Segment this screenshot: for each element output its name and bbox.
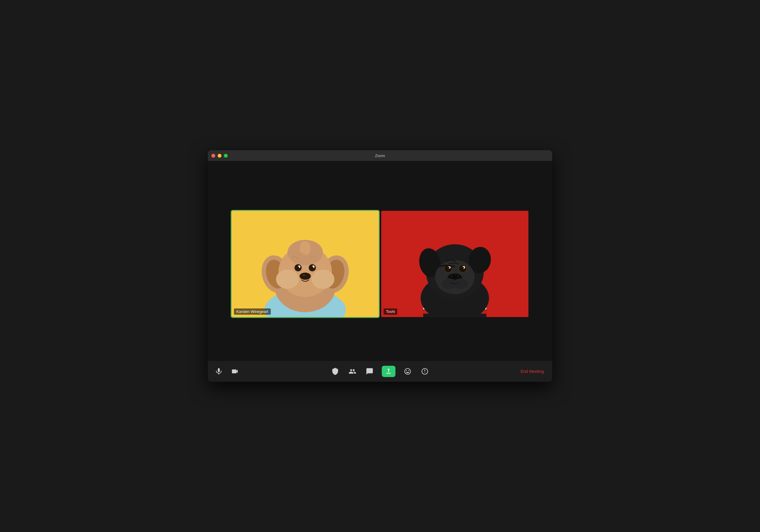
svg-point-9 xyxy=(311,269,334,289)
security-button[interactable] xyxy=(330,366,340,376)
close-button[interactable] xyxy=(212,154,215,158)
svg-point-13 xyxy=(300,241,311,255)
svg-point-38 xyxy=(462,267,464,268)
svg-point-43 xyxy=(457,275,459,277)
content-area: Karsten Winegeart xyxy=(208,161,552,382)
video-tile-toshi[interactable]: Toshi xyxy=(381,211,528,317)
mute-button[interactable] xyxy=(214,366,224,376)
svg-point-21 xyxy=(303,274,306,276)
participants-button[interactable] xyxy=(347,366,357,376)
participant-name-karsten: Karsten Winegeart xyxy=(234,309,271,315)
reactions-icon xyxy=(404,367,411,375)
security-icon xyxy=(331,367,339,375)
traffic-lights xyxy=(212,154,228,158)
apps-icon xyxy=(421,367,429,375)
participants-icon xyxy=(349,367,356,375)
minimize-button[interactable] xyxy=(217,154,221,158)
svg-point-34 xyxy=(459,265,466,272)
chat-button[interactable] xyxy=(364,366,375,376)
video-grid: Karsten Winegeart xyxy=(232,211,528,317)
end-meeting-button[interactable]: End Meeting xyxy=(518,368,546,375)
titlebar: Zoom xyxy=(208,150,552,161)
window-title: Zoom xyxy=(375,154,385,158)
maximize-button[interactable] xyxy=(224,154,228,158)
video-area: Karsten Winegeart xyxy=(208,161,552,361)
svg-point-42 xyxy=(451,275,452,277)
svg-point-37 xyxy=(448,267,450,268)
share-screen-button[interactable] xyxy=(382,366,396,377)
video-camera-icon xyxy=(231,367,239,375)
video-tile-karsten[interactable]: Karsten Winegeart xyxy=(232,211,379,317)
chat-icon xyxy=(366,367,373,375)
microphone-icon xyxy=(215,367,223,375)
toolbar-left xyxy=(214,366,240,376)
svg-point-18 xyxy=(298,266,299,268)
zoom-window: Zoom xyxy=(208,150,552,382)
toolbar: End Meeting xyxy=(208,361,552,382)
svg-point-19 xyxy=(312,266,313,268)
participant-name-toshi: Toshi xyxy=(384,309,397,315)
svg-point-8 xyxy=(276,269,299,289)
apps-button[interactable] xyxy=(420,366,430,376)
svg-point-20 xyxy=(300,272,311,280)
reactions-button[interactable] xyxy=(403,366,413,376)
video-button[interactable] xyxy=(230,366,240,376)
toolbar-right: End Meeting xyxy=(518,368,546,375)
toolbar-center xyxy=(330,366,430,377)
share-screen-icon xyxy=(385,367,393,375)
